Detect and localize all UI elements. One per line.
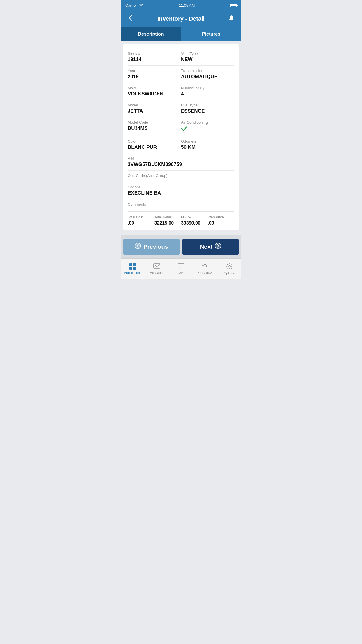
sms-icon [178, 263, 184, 270]
tab-sms[interactable]: SMS [169, 259, 193, 279]
opt-code-item: Opt. Code (Acc. Group) [128, 171, 234, 182]
previous-label: Previous [143, 244, 168, 250]
wifi-icon [139, 3, 143, 8]
carrier-label: Carrier [125, 3, 137, 8]
veh-type-item: Veh. Type NEW [181, 48, 234, 66]
tab-messages[interactable]: Messages [145, 259, 169, 279]
options-icon [226, 263, 233, 270]
options-item: Options EXECLINE BA [128, 182, 234, 199]
applications-icon [129, 263, 136, 270]
detail-grid: Stock # 19114 Veh. Type NEW Year 2019 Tr… [128, 48, 234, 210]
bottom-tab-bar: Applications Messages SMS SDSDrive [121, 258, 241, 279]
navigation-buttons: Previous Next [121, 235, 241, 258]
prev-icon [135, 243, 141, 251]
next-button[interactable]: Next [182, 239, 239, 255]
previous-button[interactable]: Previous [123, 239, 180, 255]
air-cond-item: Air Conditioning [181, 117, 234, 136]
year-item: Year 2019 [128, 66, 181, 83]
next-label: Next [200, 244, 212, 250]
stock-item: Stock # 19114 [128, 48, 181, 66]
msrp-item: MSRP 30390.00 [181, 215, 208, 226]
back-button[interactable] [125, 15, 136, 23]
air-cond-checkmark [181, 125, 234, 133]
vehicle-detail-card: Stock # 19114 Veh. Type NEW Year 2019 Tr… [123, 44, 239, 230]
web-price-item: Web Price .00 [208, 215, 235, 226]
tab-applications[interactable]: Applications [121, 259, 145, 279]
odometer-item: Odometer 50 KM [181, 136, 234, 153]
status-bar-left: Carrier [125, 3, 143, 8]
applications-label: Applications [124, 271, 141, 274]
tab-bar: Description Pictures [121, 27, 241, 41]
messages-label: Messages [150, 271, 164, 274]
color-item: Color BLANC PUR [128, 136, 181, 153]
tab-pictures[interactable]: Pictures [181, 27, 241, 41]
fuel-item: Fuel Type ESSENCE [181, 100, 234, 117]
status-bar: Carrier 11:05 AM [121, 0, 241, 10]
battery-icon [230, 4, 237, 7]
sdsdrive-label: SDSDrive [198, 271, 212, 275]
tab-sdsdrive[interactable]: SDSDrive [193, 259, 217, 279]
time-display: 11:05 AM [179, 3, 195, 8]
total-cost-item: Total Cost .00 [128, 215, 154, 226]
messages-icon [153, 263, 160, 270]
make-item: Make VOLKSWAGEN [128, 83, 181, 100]
next-icon [215, 243, 221, 251]
sms-label: SMS [178, 271, 184, 275]
cylinders-item: Number of Cyl. 4 [181, 83, 234, 100]
comments-item: Comments [128, 199, 234, 210]
model-code-item: Model Code BU34MS [128, 117, 181, 136]
tab-description[interactable]: Description [121, 27, 181, 41]
pricing-row: Total Cost .00 Total Retail 32215.00 MSR… [128, 211, 234, 226]
transmission-item: Transmission AUTOMATIQUE [181, 66, 234, 83]
tab-options[interactable]: Options [217, 259, 241, 279]
total-retail-item: Total Retail 32215.00 [154, 215, 181, 226]
svg-rect-2 [154, 264, 160, 268]
vin-item: VIN 3VWG57BU3KM096759 [128, 153, 234, 171]
svg-point-0 [135, 243, 141, 249]
notifications-button[interactable] [226, 15, 237, 23]
app-header: Inventory - Detail [121, 10, 241, 27]
svg-point-1 [215, 243, 221, 249]
content-area: Stock # 19114 Veh. Type NEW Year 2019 Tr… [121, 41, 241, 235]
svg-point-3 [229, 265, 230, 267]
options-label: Options [224, 272, 235, 275]
page-title: Inventory - Detail [136, 15, 226, 22]
sdsdrive-icon [202, 263, 209, 270]
model-item: Model JETTA [128, 100, 181, 117]
